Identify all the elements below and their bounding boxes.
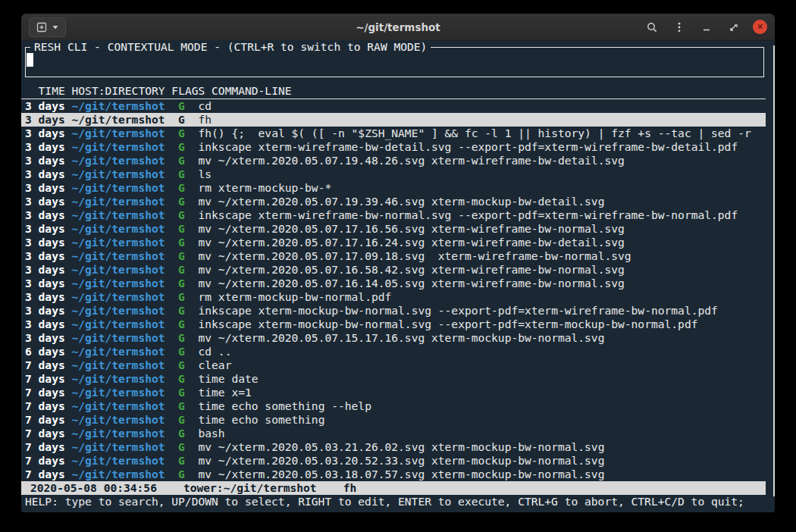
text-cursor — [27, 53, 33, 67]
history-row[interactable]: 7 days ~/git/termshot G time date — [21, 372, 766, 386]
row-host: ~/git/termshot — [72, 318, 165, 330]
row-host: ~/git/termshot — [72, 440, 165, 453]
row-command: mv ~/xterm.2020.05.07.17.16.24.svg xterm… — [198, 236, 624, 249]
row-time: 3 days — [25, 181, 65, 194]
row-time: 3 days — [25, 99, 65, 112]
table-header: TIME HOST:DIRECTORY FLAGS COMMAND-LINE — [21, 83, 766, 99]
history-row[interactable]: 7 days ~/git/termshot G mv ~/xterm.2020.… — [21, 440, 766, 454]
chevron-down-icon — [52, 23, 59, 31]
row-command: mv ~/xterm.2020.05.07.17.09.18.svg xterm… — [198, 249, 631, 262]
history-row[interactable]: 7 days ~/git/termshot G mv ~/xterm.2020.… — [21, 468, 766, 481]
row-time: 7 days — [25, 358, 65, 371]
row-time: 3 days — [25, 195, 65, 208]
row-command: mv ~/xterm.2020.05.07.16.14.05.svg xterm… — [198, 277, 624, 289]
search-input-box[interactable]: RESH CLI - CONTEXTUAL MODE - (CTRL+R to … — [25, 47, 764, 77]
scrollbar[interactable] — [773, 45, 775, 496]
row-host: ~/git/termshot — [72, 113, 165, 126]
row-command: inkscape xterm-mockup-bw-normal.svg --ex… — [198, 318, 697, 330]
row-flags: G — [178, 399, 185, 412]
history-row[interactable]: 7 days ~/git/termshot G clear — [21, 358, 766, 372]
close-button[interactable]: ✕ — [753, 20, 767, 34]
row-flags: G — [178, 140, 185, 153]
row-host: ~/git/termshot — [72, 127, 165, 139]
history-row[interactable]: 3 days ~/git/termshot G mv ~/xterm.2020.… — [21, 263, 766, 277]
row-command: mv ~/xterm.2020.05.03.18.07.57.svg xterm… — [198, 468, 604, 480]
history-row[interactable]: 3 days ~/git/termshot G fh — [21, 113, 766, 127]
row-host: ~/git/termshot — [72, 208, 165, 221]
history-row[interactable]: 3 days ~/git/termshot G inkscape xterm-m… — [21, 304, 766, 318]
history-row[interactable]: 3 days ~/git/termshot G mv ~/xterm.2020.… — [21, 154, 766, 167]
history-rows: 3 days ~/git/termshot G cd3 days ~/git/t… — [21, 99, 775, 481]
terminal-window: ~/git/termshot — [21, 14, 775, 512]
status-query: fh — [343, 481, 357, 494]
row-host: ~/git/termshot — [72, 372, 165, 385]
history-row[interactable]: 6 days ~/git/termshot G cd .. — [21, 345, 766, 358]
history-row[interactable]: 7 days ~/git/termshot G time echo someth… — [21, 399, 766, 413]
history-row[interactable]: 7 days ~/git/termshot G time x=1 — [21, 386, 766, 399]
help-bar: HELP: type to search, UP/DOWN to select,… — [21, 495, 775, 509]
row-command: fh() {; eval $( ([ -n "$ZSH_NAME" ] && f… — [198, 127, 751, 139]
row-command: cd .. — [198, 345, 231, 358]
row-host: ~/git/termshot — [72, 167, 165, 180]
row-host: ~/git/termshot — [72, 195, 165, 208]
new-tab-button[interactable] — [29, 17, 66, 37]
row-host: ~/git/termshot — [72, 399, 165, 412]
history-row[interactable]: 3 days ~/git/termshot G mv ~/xterm.2020.… — [21, 222, 766, 236]
history-row[interactable]: 3 days ~/git/termshot G mv ~/xterm.2020.… — [21, 331, 766, 345]
header-command: COMMAND-LINE — [212, 84, 291, 97]
history-row[interactable]: 3 days ~/git/termshot G inkscape xterm-m… — [21, 318, 766, 331]
search-button[interactable] — [644, 19, 660, 36]
row-host: ~/git/termshot — [72, 454, 165, 467]
row-time: 3 days — [25, 154, 65, 167]
row-flags: G — [178, 277, 185, 289]
row-time: 7 days — [25, 399, 65, 412]
row-flags: G — [178, 290, 185, 303]
row-time: 6 days — [25, 345, 65, 358]
row-command: time echo something --help — [198, 399, 371, 412]
history-row[interactable]: 3 days ~/git/termshot G mv ~/xterm.2020.… — [21, 277, 766, 290]
history-row[interactable]: 3 days ~/git/termshot G mv ~/xterm.2020.… — [21, 195, 766, 208]
row-command: clear — [198, 358, 231, 371]
history-row[interactable]: 3 days ~/git/termshot G mv ~/xterm.2020.… — [21, 236, 766, 249]
history-row[interactable]: 7 days ~/git/termshot G bash — [21, 427, 766, 440]
history-row[interactable]: 3 days ~/git/termshot G ls — [21, 167, 766, 181]
row-flags: G — [178, 372, 185, 385]
row-command: rm xterm-mockup-bw-normal.pdf — [198, 290, 391, 303]
header-host: HOST:DIRECTORY — [72, 84, 165, 97]
row-host: ~/git/termshot — [72, 99, 165, 112]
close-icon: ✕ — [757, 23, 763, 31]
history-row[interactable]: 3 days ~/git/termshot G rm xterm-mockup-… — [21, 181, 766, 195]
menu-button[interactable] — [671, 19, 688, 36]
row-flags: G — [178, 386, 185, 399]
row-flags: G — [178, 167, 185, 180]
row-host: ~/git/termshot — [72, 181, 165, 194]
row-host: ~/git/termshot — [72, 345, 165, 358]
row-command: bash — [198, 427, 224, 440]
row-command: inkscape xterm-wireframe-bw-normal.svg -… — [198, 208, 738, 221]
history-row[interactable]: 3 days ~/git/termshot G inkscape xterm-w… — [21, 208, 766, 222]
window-title: ~/git/termshot — [356, 21, 440, 33]
row-command: ls — [198, 167, 212, 180]
row-host: ~/git/termshot — [72, 249, 165, 262]
history-row[interactable]: 3 days ~/git/termshot G fh() {; eval $( … — [21, 127, 766, 140]
row-host: ~/git/termshot — [72, 222, 165, 235]
restore-button[interactable] — [725, 19, 742, 36]
minimize-button[interactable] — [698, 19, 715, 36]
history-row[interactable]: 7 days ~/git/termshot G mv ~/xterm.2020.… — [21, 454, 766, 468]
row-flags: G — [178, 358, 185, 371]
row-time: 7 days — [25, 413, 65, 426]
header-flags: FLAGS — [171, 84, 205, 97]
history-row[interactable]: 7 days ~/git/termshot G time echo someth… — [21, 413, 766, 427]
row-flags: G — [178, 318, 185, 330]
kebab-menu-icon — [673, 21, 685, 33]
row-command: mv ~/xterm.2020.05.07.16.58.42.svg xterm… — [198, 263, 624, 276]
history-row[interactable]: 3 days ~/git/termshot G inkscape xterm-w… — [21, 140, 766, 154]
history-row[interactable]: 3 days ~/git/termshot G rm xterm-mockup-… — [21, 290, 766, 304]
row-time: 3 days — [25, 222, 65, 235]
row-flags: G — [178, 195, 185, 208]
row-flags: G — [178, 427, 185, 440]
row-time: 3 days — [25, 127, 65, 139]
history-row[interactable]: 3 days ~/git/termshot G mv ~/xterm.2020.… — [21, 249, 766, 263]
row-host: ~/git/termshot — [72, 331, 165, 344]
history-row[interactable]: 3 days ~/git/termshot G cd — [21, 99, 766, 113]
